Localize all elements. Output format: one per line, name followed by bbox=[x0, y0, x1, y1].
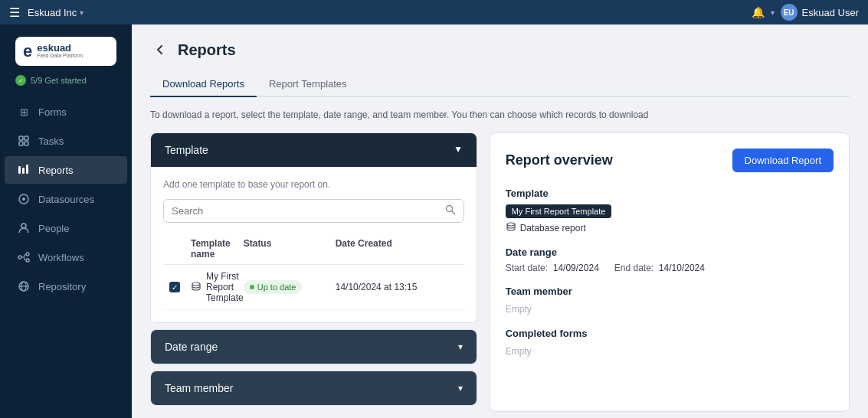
status-badge: Up to date bbox=[244, 280, 303, 294]
checkmark-icon: ✓ bbox=[172, 283, 178, 292]
overview-end-date: End date: 14/10/2024 bbox=[614, 263, 705, 273]
template-accordion-body: Add one template to base your report on.… bbox=[151, 167, 477, 322]
database-report-icon bbox=[506, 221, 516, 234]
page-description: To download a report, select the templat… bbox=[150, 109, 850, 120]
sidebar: e eskuad Field Data Platform ✓ 5/9 Get s… bbox=[0, 0, 132, 418]
logo-name: eskuad bbox=[37, 43, 83, 53]
notification-bell-icon[interactable]: 🔔 bbox=[752, 6, 765, 18]
svg-point-10 bbox=[18, 256, 21, 259]
overview-end-date-label: End date: bbox=[614, 263, 653, 273]
row-template-name: My First Report Template bbox=[191, 271, 244, 303]
overview-date-range-section: Date range Start date: 14/09/2024 End da… bbox=[506, 247, 834, 273]
sidebar-item-tasks[interactable]: Tasks bbox=[5, 127, 127, 155]
sidebar-nav: ⊞ Forms Tasks Reports Datasources Peop bbox=[0, 95, 132, 303]
overview-start-date-value: 14/09/2024 bbox=[553, 263, 599, 273]
repository-icon bbox=[17, 279, 31, 293]
forms-icon: ⊞ bbox=[17, 105, 31, 119]
search-input[interactable] bbox=[172, 205, 439, 217]
col-date-created: Date Created bbox=[336, 238, 458, 260]
datasources-icon bbox=[17, 192, 31, 206]
overview-header: Report overview Download Report bbox=[506, 149, 834, 172]
main-content: Reports Download Reports Report Template… bbox=[132, 24, 868, 418]
team-member-chevron-icon: ▾ bbox=[458, 383, 463, 394]
overview-completed-forms-label: Completed forms bbox=[506, 328, 834, 339]
sidebar-item-workflows[interactable]: Workflows bbox=[5, 243, 127, 271]
search-icon bbox=[445, 204, 456, 217]
overview-template-label: Template bbox=[506, 188, 834, 199]
logo-subtitle: Field Data Platform bbox=[37, 53, 83, 59]
svg-rect-5 bbox=[22, 168, 25, 174]
overview-completed-forms-section: Completed forms Empty bbox=[506, 328, 834, 358]
page-header: Reports bbox=[150, 40, 850, 60]
col-template-name: Template name bbox=[191, 238, 244, 260]
tab-download-reports[interactable]: Download Reports bbox=[150, 72, 257, 97]
download-report-button[interactable]: Download Report bbox=[732, 149, 834, 172]
avatar: EU bbox=[781, 4, 798, 21]
overview-completed-forms-value: Empty bbox=[506, 346, 532, 357]
template-accordion-header[interactable]: Template ▲ bbox=[151, 133, 477, 167]
sidebar-item-repository[interactable]: Repository bbox=[5, 273, 127, 300]
logo-letter: e bbox=[23, 41, 32, 61]
overview-title: Report overview bbox=[506, 152, 613, 168]
user-menu[interactable]: EU Eskuad User bbox=[781, 4, 859, 21]
user-name: Eskuad User bbox=[802, 7, 859, 18]
team-member-accordion-header[interactable]: Team member ▾ bbox=[151, 371, 477, 405]
org-name[interactable]: Eskuad Inc ▾ bbox=[28, 7, 84, 18]
row-template-name-text: My First Report Template bbox=[206, 271, 244, 303]
template-accordion: Template ▲ Add one template to base your… bbox=[150, 132, 477, 323]
svg-point-16 bbox=[446, 206, 452, 212]
template-accordion-chevron-icon: ▲ bbox=[454, 145, 463, 155]
row-checkbox[interactable]: ✓ bbox=[169, 282, 180, 292]
overview-start-date-label: Start date: bbox=[506, 263, 548, 273]
svg-rect-1 bbox=[25, 136, 28, 140]
search-box bbox=[163, 199, 464, 223]
status-text: Up to date bbox=[257, 282, 296, 292]
overview-start-date: Start date: 14/09/2024 bbox=[506, 263, 599, 273]
overview-template-section: Template My First Report Template Databa… bbox=[506, 188, 834, 234]
svg-rect-0 bbox=[19, 136, 23, 140]
svg-rect-6 bbox=[26, 165, 28, 174]
svg-point-11 bbox=[26, 253, 29, 256]
overview-end-date-value: 14/10/2024 bbox=[659, 263, 705, 273]
database-icon bbox=[191, 281, 201, 294]
svg-point-18 bbox=[507, 223, 515, 226]
sidebar-item-people[interactable]: People bbox=[5, 214, 127, 242]
workflows-icon bbox=[17, 250, 31, 264]
org-chevron-icon: ▾ bbox=[80, 8, 84, 17]
back-button[interactable] bbox=[150, 40, 170, 60]
table-row: ✓ My First Report Template bbox=[163, 265, 464, 310]
date-range-accordion-title: Date range bbox=[165, 341, 218, 353]
menu-icon[interactable]: ☰ bbox=[9, 5, 20, 20]
started-check-icon: ✓ bbox=[15, 75, 26, 86]
svg-point-12 bbox=[26, 259, 29, 262]
left-panel: Template ▲ Add one template to base your… bbox=[150, 132, 477, 412]
svg-rect-3 bbox=[25, 142, 28, 145]
date-range-accordion-header[interactable]: Date range ▾ bbox=[151, 330, 477, 364]
overview-team-member-value: Empty bbox=[506, 304, 532, 315]
template-hint: Add one template to base your report on. bbox=[163, 179, 464, 190]
sidebar-item-reports[interactable]: Reports bbox=[5, 156, 127, 184]
col-status: Status bbox=[244, 238, 336, 260]
date-range-chevron-icon: ▾ bbox=[458, 341, 463, 352]
overview-date-range-row: Start date: 14/09/2024 End date: 14/10/2… bbox=[506, 263, 834, 273]
overview-template-tag-text: My First Report Template bbox=[512, 207, 606, 216]
team-member-accordion: Team member ▾ bbox=[150, 371, 477, 406]
status-dot-icon bbox=[250, 285, 254, 289]
right-panel: Report overview Download Report Template… bbox=[490, 132, 850, 412]
overview-template-tag: My First Report Template bbox=[506, 204, 612, 218]
table-header: Template name Status Date Created bbox=[163, 233, 464, 265]
sidebar-item-forms[interactable]: ⊞ Forms bbox=[5, 98, 127, 126]
page-title: Reports bbox=[178, 41, 236, 59]
people-icon bbox=[17, 221, 31, 235]
tab-report-templates[interactable]: Report Templates bbox=[257, 72, 359, 97]
sidebar-logo: e eskuad Field Data Platform bbox=[0, 24, 132, 72]
content-layout: Template ▲ Add one template to base your… bbox=[150, 132, 850, 412]
get-started-indicator[interactable]: ✓ 5/9 Get started bbox=[0, 72, 132, 95]
sidebar-item-datasources[interactable]: Datasources bbox=[5, 185, 127, 213]
team-member-accordion-title: Team member bbox=[165, 382, 233, 394]
svg-point-9 bbox=[21, 224, 26, 228]
svg-point-8 bbox=[22, 198, 25, 201]
template-accordion-title: Template bbox=[165, 144, 208, 156]
notification-chevron-icon: ▾ bbox=[771, 8, 775, 17]
overview-team-member-section: Team member Empty bbox=[506, 286, 834, 315]
